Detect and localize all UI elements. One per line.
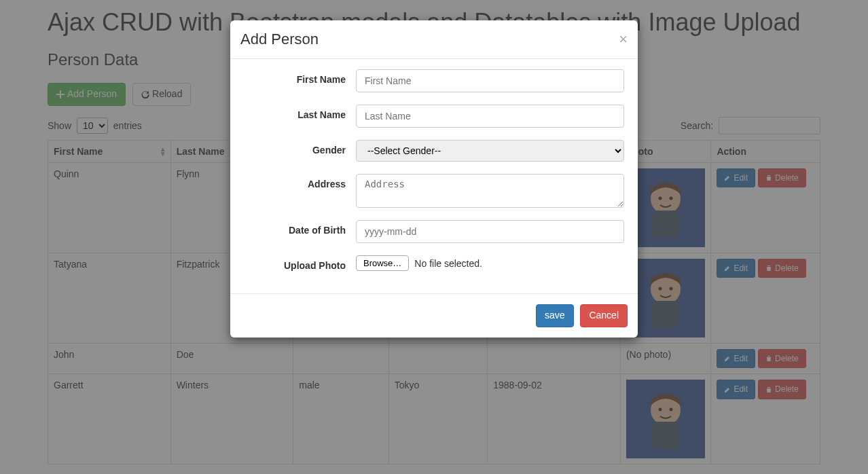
close-button[interactable]: ×	[619, 31, 628, 48]
address-label: Address	[244, 174, 356, 189]
gender-select[interactable]: --Select Gender--	[356, 140, 624, 162]
dob-input[interactable]	[356, 220, 624, 243]
first-name-label: First Name	[244, 69, 356, 85]
address-input[interactable]	[356, 174, 624, 208]
last-name-label: Last Name	[244, 105, 356, 120]
modal-backdrop[interactable]: Add Person × First Name Last Name Gender…	[0, 0, 868, 474]
dob-label: Date of Birth	[244, 220, 356, 236]
browse-button[interactable]: Browse…	[356, 255, 409, 271]
file-status: No file selected.	[414, 258, 482, 269]
save-button[interactable]: save	[536, 304, 574, 327]
photo-label: Upload Photo	[244, 255, 356, 271]
modal-title: Add Person	[240, 31, 319, 48]
gender-label: Gender	[244, 140, 356, 156]
first-name-input[interactable]	[356, 69, 624, 92]
cancel-button[interactable]: Cancel	[580, 304, 628, 327]
add-person-modal: Add Person × First Name Last Name Gender…	[230, 20, 638, 338]
last-name-input[interactable]	[356, 105, 624, 128]
close-icon: ×	[619, 31, 628, 48]
